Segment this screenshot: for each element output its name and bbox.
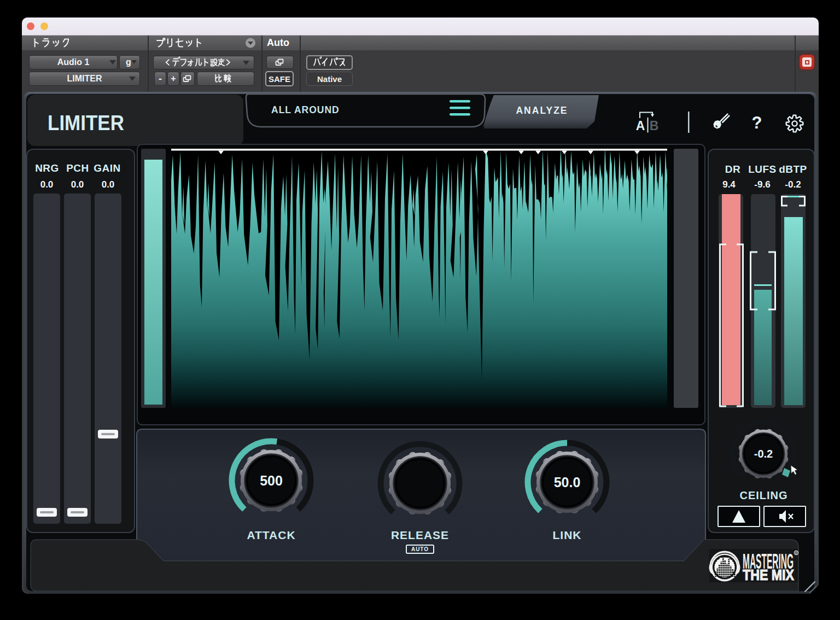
svg-text:B: B bbox=[650, 119, 659, 133]
svg-text:LIMITER: LIMITER bbox=[48, 112, 124, 134]
svg-text:?: ? bbox=[752, 113, 762, 132]
svg-text:ALL AROUND: ALL AROUND bbox=[271, 104, 340, 115]
svg-text:500: 500 bbox=[260, 473, 283, 488]
svg-text:R: R bbox=[795, 551, 798, 555]
svg-text:ANALYZE: ANALYZE bbox=[516, 105, 568, 116]
svg-text:THE MIX: THE MIX bbox=[743, 567, 794, 583]
svg-text:50.0: 50.0 bbox=[554, 475, 581, 490]
svg-text:A: A bbox=[636, 119, 645, 133]
svg-text:-0.2: -0.2 bbox=[754, 448, 773, 460]
